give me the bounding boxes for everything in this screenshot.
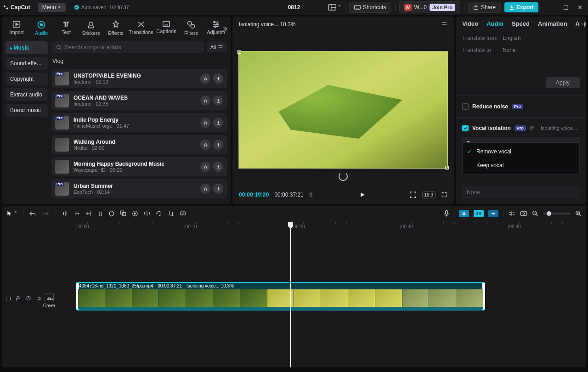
track-row[interactable]: ProUrban SummerEcoTech · 02:14 (51, 179, 227, 198)
list-view-icon[interactable] (309, 192, 316, 197)
favorite-icon[interactable] (200, 184, 210, 194)
split-icon[interactable] (62, 210, 68, 217)
media-tab-transitions[interactable]: Transitions (130, 20, 153, 37)
favorite-icon[interactable] (200, 73, 210, 84)
layout-icon[interactable] (328, 4, 341, 11)
category-copyright[interactable]: Copyright (6, 73, 48, 85)
inspector-tab-animation[interactable]: Animation (538, 20, 567, 27)
mirror-icon[interactable] (144, 210, 150, 216)
app-logo: CapCut (3, 4, 30, 11)
translate-to-value[interactable]: None (503, 47, 516, 53)
undo-icon[interactable] (29, 210, 36, 217)
track-row[interactable]: ProOCEAN AND WAVESfinetune · 02:35 (51, 91, 227, 110)
video-clip[interactable]: 4064718-hd_1920_1080_25fps.mp4 00:00:37:… (76, 282, 485, 310)
trim-left-icon[interactable] (74, 210, 80, 217)
inspector-tab-audio[interactable]: Audio (486, 20, 503, 27)
zoom-out-icon[interactable] (532, 210, 538, 217)
category-extract-audio[interactable]: Extract audio (6, 88, 48, 101)
export-button[interactable]: Export (504, 2, 538, 12)
track-lock-icon[interactable] (16, 296, 21, 303)
copy-icon[interactable] (120, 210, 126, 216)
download-icon[interactable] (213, 162, 223, 172)
secondary-dropdown[interactable]: None (462, 186, 580, 199)
shortcuts-button[interactable]: Shortcuts (349, 2, 391, 13)
media-tab-text[interactable]: Text (55, 20, 77, 37)
share-button[interactable]: Share (468, 2, 501, 13)
rotate-icon[interactable] (156, 210, 162, 217)
preview-menu-icon[interactable] (441, 22, 447, 27)
media-tab-effects[interactable]: Effects (105, 20, 127, 38)
search-input[interactable] (65, 44, 199, 51)
favorite-icon[interactable] (200, 140, 210, 150)
media-tab-filters[interactable]: Filters (180, 20, 202, 38)
inspector-tab-video[interactable]: Video (462, 20, 478, 27)
cover-button[interactable]: Cover (41, 293, 57, 308)
vocal-mode-option[interactable]: Keep vocal (463, 158, 579, 172)
download-icon[interactable] (213, 184, 223, 194)
zoom-in-icon[interactable] (575, 210, 582, 217)
tabs-more-icon[interactable] (221, 26, 228, 32)
mic-icon[interactable] (444, 210, 449, 217)
fullscreen-icon[interactable] (441, 192, 447, 198)
media-tab-import[interactable]: Import (6, 20, 28, 37)
menu-button[interactable]: Menu (38, 3, 66, 12)
track-row[interactable]: Walking AroundNikitta · 02:00 (51, 135, 227, 154)
playhead[interactable] (290, 222, 291, 367)
category-music[interactable]: Music (6, 41, 48, 54)
smart-tool-icon[interactable] (180, 210, 186, 216)
add-icon[interactable] (213, 140, 223, 150)
pointer-tool-icon[interactable] (6, 210, 17, 217)
preview-timeline-icon[interactable] (520, 211, 527, 216)
magnet-track-icon[interactable] (474, 210, 484, 217)
marker-icon[interactable] (109, 210, 114, 217)
reverse-icon[interactable] (132, 210, 138, 217)
track-row[interactable]: ProIndie Pop EnergyFiniteMusicForge · 01… (51, 113, 227, 132)
svg-rect-18 (311, 194, 312, 195)
track-toggle-icon[interactable] (6, 296, 11, 303)
window-minimize[interactable]: — (547, 2, 558, 13)
preview-canvas[interactable] (238, 51, 448, 169)
timeline-canvas[interactable]: |00:00|00:10|00:20|00:30|00:40 4064718-h… (57, 222, 586, 367)
aspect-ratio-chip[interactable]: 16:9 (422, 192, 435, 198)
download-icon[interactable] (213, 96, 223, 106)
magnet-link-icon[interactable] (488, 210, 498, 217)
vocal-mode-option[interactable]: Remove vocal (463, 145, 579, 158)
focus-frame-icon[interactable] (409, 191, 417, 198)
reset-icon[interactable]: ⟳ (530, 125, 534, 131)
magnet-main-icon[interactable] (459, 210, 469, 217)
category-brand-music[interactable]: Brand music (6, 104, 48, 117)
zoom-slider[interactable] (543, 213, 571, 214)
track-visible-icon[interactable] (25, 296, 32, 303)
translate-from-value[interactable]: English (503, 35, 520, 41)
crop-icon[interactable] (168, 210, 174, 217)
redo-icon[interactable] (42, 210, 49, 217)
window-maximize[interactable]: ☐ (560, 2, 571, 13)
add-icon[interactable] (213, 73, 223, 84)
reduce-noise-checkbox[interactable] (462, 103, 469, 110)
media-tab-audio[interactable]: Audio (30, 20, 52, 38)
document-title[interactable]: 0812 (288, 4, 300, 11)
window-close[interactable]: ✕ (574, 2, 585, 13)
workspace-chip[interactable]: W W...0 Join Pro (399, 1, 460, 13)
delete-icon[interactable] (97, 210, 103, 217)
join-pro-pill[interactable]: Join Pro (430, 4, 455, 11)
track-row[interactable]: Morning Happy Background MusicWavepaper … (51, 157, 227, 176)
apply-button[interactable]: Apply (546, 77, 580, 88)
vocal-isolation-checkbox[interactable] (462, 125, 469, 131)
favorite-icon[interactable] (200, 96, 210, 106)
filter-all-button[interactable]: All (207, 42, 227, 52)
inspector-tab-speed[interactable]: Speed (512, 20, 530, 27)
favorite-icon[interactable] (200, 162, 210, 172)
media-tab-captions[interactable]: Captions (155, 20, 177, 36)
trim-right-icon[interactable] (85, 210, 92, 217)
search-box[interactable] (51, 41, 204, 53)
favorite-icon[interactable] (200, 118, 210, 128)
play-button[interactable] (359, 192, 366, 198)
download-icon[interactable] (213, 118, 223, 128)
svg-rect-26 (477, 212, 478, 214)
tabs-scroll-right-icon[interactable]: › (580, 20, 584, 27)
media-tab-stickers[interactable]: Stickers (80, 20, 102, 38)
track-row[interactable]: ProUNSTOPPABLE EVENINGfinetune · 02:13 (51, 69, 227, 88)
align-icon[interactable] (508, 211, 515, 216)
category-sound-effe-[interactable]: Sound effe... (6, 57, 48, 70)
